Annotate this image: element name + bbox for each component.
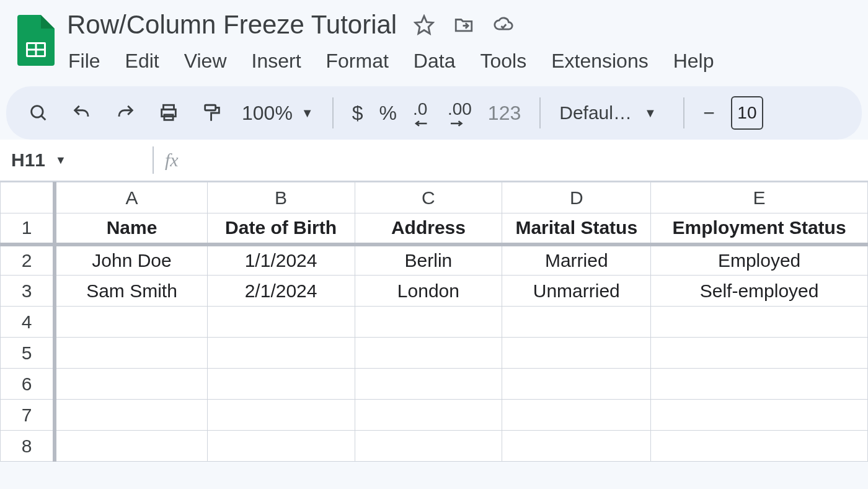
row-header-5[interactable]: 5 bbox=[1, 338, 55, 369]
move-folder-icon[interactable] bbox=[451, 12, 476, 37]
cell-E4[interactable] bbox=[651, 307, 868, 338]
chevron-down-icon: ▼ bbox=[644, 106, 657, 120]
menu-tools[interactable]: Tools bbox=[479, 47, 528, 75]
cell-C7[interactable] bbox=[355, 400, 502, 431]
name-box[interactable]: H11 ▼ bbox=[5, 150, 141, 171]
col-header-E[interactable]: E bbox=[651, 182, 868, 213]
print-icon[interactable] bbox=[155, 99, 182, 127]
menu-data[interactable]: Data bbox=[412, 47, 457, 75]
row-header-3[interactable]: 3 bbox=[1, 276, 55, 307]
cell-B2[interactable]: 1/1/2024 bbox=[207, 244, 355, 276]
menu-file[interactable]: File bbox=[67, 47, 102, 75]
cell-D6[interactable] bbox=[502, 369, 651, 400]
row-header-2[interactable]: 2 bbox=[1, 244, 55, 276]
formula-bar-row: H11 ▼ fx bbox=[0, 140, 868, 182]
cell-A6[interactable] bbox=[55, 369, 207, 400]
col-header-C[interactable]: C bbox=[355, 182, 502, 213]
cell-B4[interactable] bbox=[207, 307, 355, 338]
cell-E1[interactable]: Employment Status bbox=[651, 213, 868, 244]
svg-rect-6 bbox=[205, 105, 216, 110]
menu-help[interactable]: Help bbox=[672, 47, 715, 75]
cell-C2[interactable]: Berlin bbox=[355, 244, 502, 276]
cell-A3[interactable]: Sam Smith bbox=[55, 276, 207, 307]
toolbar-separator bbox=[683, 97, 684, 128]
spreadsheet-grid[interactable]: A B C D E 1 Name Date of Birth Address M… bbox=[0, 182, 868, 462]
row-header-6[interactable]: 6 bbox=[1, 369, 55, 400]
menu-bar: File Edit View Insert Format Data Tools … bbox=[67, 47, 715, 75]
cell-D8[interactable] bbox=[502, 431, 651, 462]
menu-insert[interactable]: Insert bbox=[250, 47, 302, 75]
document-title[interactable]: Row/Column Freeze Tutorial bbox=[67, 7, 397, 42]
cell-A8[interactable] bbox=[55, 431, 207, 462]
row-header-7[interactable]: 7 bbox=[1, 400, 55, 431]
menu-edit[interactable]: Edit bbox=[124, 47, 161, 75]
svg-line-2 bbox=[41, 115, 45, 120]
cell-D1[interactable]: Marital Status bbox=[502, 213, 651, 244]
cell-B8[interactable] bbox=[207, 431, 355, 462]
cell-D5[interactable] bbox=[502, 338, 651, 369]
cell-B5[interactable] bbox=[207, 338, 355, 369]
cell-A1[interactable]: Name bbox=[55, 213, 207, 244]
cloud-status-icon[interactable] bbox=[491, 12, 516, 37]
more-formats-button[interactable]: 123 bbox=[488, 102, 521, 125]
cell-D4[interactable] bbox=[502, 307, 651, 338]
search-icon[interactable] bbox=[25, 99, 52, 127]
star-icon[interactable] bbox=[412, 12, 436, 37]
menu-extensions[interactable]: Extensions bbox=[550, 47, 650, 75]
cell-C1[interactable]: Address bbox=[355, 213, 502, 244]
chevron-down-icon: ▼ bbox=[301, 106, 314, 120]
cell-C6[interactable] bbox=[355, 369, 502, 400]
cell-C4[interactable] bbox=[355, 307, 502, 338]
zoom-dropdown[interactable]: 100% ▼ bbox=[242, 102, 314, 125]
select-all-corner[interactable] bbox=[1, 182, 55, 213]
row-header-1[interactable]: 1 bbox=[1, 213, 55, 244]
sheets-logo-icon[interactable] bbox=[17, 15, 55, 66]
decrease-font-size-button[interactable]: − bbox=[703, 102, 715, 125]
font-family-value: Defaul… bbox=[559, 102, 632, 123]
col-header-A[interactable]: A bbox=[55, 182, 207, 213]
cell-C8[interactable] bbox=[355, 431, 502, 462]
col-header-B[interactable]: B bbox=[207, 182, 355, 213]
percent-format-button[interactable]: % bbox=[379, 102, 396, 125]
menu-view[interactable]: View bbox=[183, 47, 228, 75]
svg-marker-0 bbox=[415, 16, 433, 34]
font-family-dropdown[interactable]: Defaul… ▼ bbox=[559, 102, 665, 123]
paint-format-icon[interactable] bbox=[198, 99, 226, 127]
cell-C3[interactable]: London bbox=[355, 276, 502, 307]
cell-D7[interactable] bbox=[502, 400, 651, 431]
chevron-down-icon: ▼ bbox=[55, 154, 66, 167]
cell-A4[interactable] bbox=[55, 307, 207, 338]
cell-B1[interactable]: Date of Birth bbox=[207, 213, 355, 244]
cell-E7[interactable] bbox=[651, 400, 868, 431]
cell-A7[interactable] bbox=[55, 400, 207, 431]
cell-B3[interactable]: 2/1/2024 bbox=[207, 276, 355, 307]
cell-A2[interactable]: John Doe bbox=[55, 244, 207, 276]
cell-D3[interactable]: Unmarried bbox=[502, 276, 651, 307]
redo-icon[interactable] bbox=[112, 99, 139, 127]
col-header-D[interactable]: D bbox=[502, 182, 651, 213]
font-size-input[interactable]: 10 bbox=[731, 96, 763, 130]
title-bar: Row/Column Freeze Tutorial File Edit Vie… bbox=[0, 0, 868, 75]
toolbar-separator bbox=[332, 97, 334, 128]
cell-B7[interactable] bbox=[207, 400, 355, 431]
cell-E6[interactable] bbox=[651, 369, 868, 400]
cell-E3[interactable]: Self-employed bbox=[651, 276, 868, 307]
cell-B6[interactable] bbox=[207, 369, 355, 400]
cell-E2[interactable]: Employed bbox=[651, 244, 868, 276]
cell-E5[interactable] bbox=[651, 338, 868, 369]
cell-D2[interactable]: Married bbox=[502, 244, 651, 276]
menu-format[interactable]: Format bbox=[325, 47, 390, 75]
zoom-value: 100% bbox=[242, 102, 293, 125]
currency-format-button[interactable]: $ bbox=[352, 102, 363, 125]
decrease-decimal-button[interactable]: .0 bbox=[413, 99, 432, 127]
undo-icon[interactable] bbox=[68, 99, 95, 127]
cell-C5[interactable] bbox=[355, 338, 502, 369]
formula-input[interactable] bbox=[179, 140, 868, 181]
increase-decimal-button[interactable]: .00 bbox=[448, 99, 472, 127]
cell-E8[interactable] bbox=[651, 431, 868, 462]
row-header-8[interactable]: 8 bbox=[1, 431, 55, 462]
row-header-4[interactable]: 4 bbox=[1, 307, 55, 338]
name-box-value: H11 bbox=[11, 150, 45, 171]
cell-A5[interactable] bbox=[55, 338, 207, 369]
fx-icon: fx bbox=[165, 150, 179, 171]
